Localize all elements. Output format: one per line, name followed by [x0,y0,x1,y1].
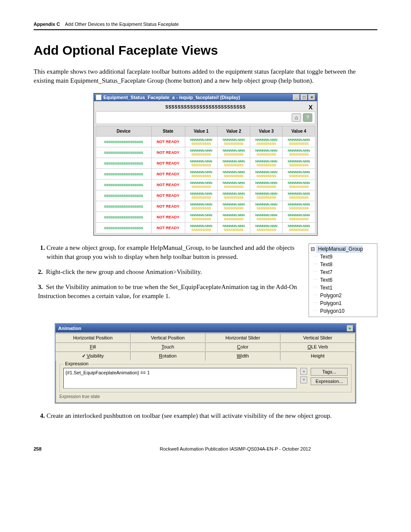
column-header: Value 4 [283,126,315,137]
table-row: SSSSSSSSSSSSSSSSSSNOT READYNNNNNN.NNNSSS… [96,180,315,190]
document-icon [96,94,102,100]
step-4: Create an interlocked pushbutton on tool… [47,411,377,420]
table-row: SSSSSSSSSSSSSSSSSSNOT READYNNNNNN.NNNSSS… [96,158,315,169]
running-header: Appendix C Add Other Devices to the Equi… [34,22,377,30]
tree-item[interactable]: Text8 [310,261,376,268]
minimize-button[interactable]: _ [293,94,300,100]
animation-tab[interactable]: Fill [55,342,131,351]
step-3: Set the Visibility animation to be true … [38,283,297,299]
animation-tab[interactable]: Height [280,352,355,361]
animation-dialog: Animation ▸ Horizontal PositionVertical … [55,323,356,404]
tree-item[interactable]: Text7 [310,268,376,276]
table-row: SSSSSSSSSSSSSSSSSSNOT READYNNNNNN.NNNSSS… [96,137,315,147]
table-row: SSSSSSSSSSSSSSSSSSNOT READYNNNNNN.NNNSSS… [96,169,315,180]
step-1: Create a new object group, for example H… [47,243,303,261]
scroll-up-icon[interactable]: ▲ [300,368,307,375]
tree-item[interactable]: Text9 [310,253,376,261]
column-header: Device [96,126,152,137]
animation-tab[interactable]: Width [205,352,280,361]
window-titlebar: Equipment_Status_Faceplate_a - /equip_fa… [94,93,317,101]
home-button-icon[interactable]: ⌂ [292,113,301,122]
column-header: Value 1 [185,126,218,137]
close-x-icon[interactable]: X [308,104,313,111]
animation-tab[interactable]: OLE Verb [280,342,355,351]
column-header: Value 3 [250,126,283,137]
table-row: SSSSSSSSSSSSSSSSSSNOT READYNNNNNN.NNNSSS… [96,201,315,212]
column-header: Value 2 [218,126,250,137]
animation-tab[interactable]: Vertical Slider [280,333,355,342]
tags-button[interactable]: Tags... [311,368,348,376]
dialog-titlebar: Animation ▸ [56,324,355,333]
truncated-group-label: Expression true state [59,394,352,399]
window-title: Equipment_Status_Faceplate_a - /equip_fa… [103,95,293,100]
tree-item[interactable]: Text6 [310,276,376,284]
expression-group-label: Expression [63,361,90,366]
scroll-down-icon[interactable]: ▼ [300,376,307,383]
table-row: SSSSSSSSSSSSSSSSSSNOT READYNNNNNN.NNNSSS… [96,147,315,158]
maximize-button[interactable]: □ [301,94,308,100]
intro-paragraph: This example shows two additional facepl… [34,67,377,85]
dialog-pin-icon[interactable]: ▸ [347,325,353,331]
tree-item[interactable]: Polygon2 [310,292,376,299]
table-row: SSSSSSSSSSSSSSSSSSNOT READYNNNNNN.NNNSSS… [96,190,315,201]
animation-tab[interactable]: ✓Visibility [55,352,131,361]
tree-item[interactable]: Polygon10 [310,307,376,315]
status-table: DeviceStateValue 1Value 2Value 3Value 4 … [96,126,315,233]
tree-root[interactable]: HelpManual_Group [316,246,363,253]
object-tree: ⊟ HelpManual_Group Text9Text8Text7Text6T… [308,243,377,317]
table-row: SSSSSSSSSSSSSSSSSSNOT READYNNNNNN.NNNSSS… [96,212,315,223]
expression-textbox[interactable]: {#1.Set_EquipFaceplateAnimation} == 1 [63,368,297,389]
animation-tab[interactable]: Horizontal Position [55,333,131,342]
step-2: Right-click the new group and choose Ani… [46,268,202,275]
animation-tab[interactable]: Rotation [130,352,206,361]
faceplate-window: Equipment_Status_Faceplate_a - /equip_fa… [93,93,318,236]
animation-tab[interactable]: Vertical Position [130,333,206,342]
close-button[interactable]: × [308,94,315,100]
page-title: Add Optional Faceplate Views [34,43,377,58]
animation-tab[interactable]: Color [205,342,280,351]
animation-tab[interactable]: Touch [130,342,206,351]
animation-tab[interactable]: Horizontal Slider [205,333,280,342]
help-button-icon[interactable]: ? [303,113,312,122]
header-placeholder: SSSSSSSSSSSSSSSSSSSSSSSSSS X [96,103,315,111]
tree-item[interactable]: Text1 [310,284,376,292]
expression-button[interactable]: Expression... [311,377,348,385]
tree-item[interactable]: Polygon1 [310,299,376,307]
steps-list-cont: Create an interlocked pushbutton on tool… [47,411,377,420]
column-header: State [151,126,185,137]
steps-list: Create a new object group, for example H… [47,243,377,317]
page-footer: 258 Rockwell Automation Publication IASI… [34,446,377,451]
table-row: SSSSSSSSSSSSSSSSSSNOT READYNNNNNN.NNNSSS… [96,223,315,233]
